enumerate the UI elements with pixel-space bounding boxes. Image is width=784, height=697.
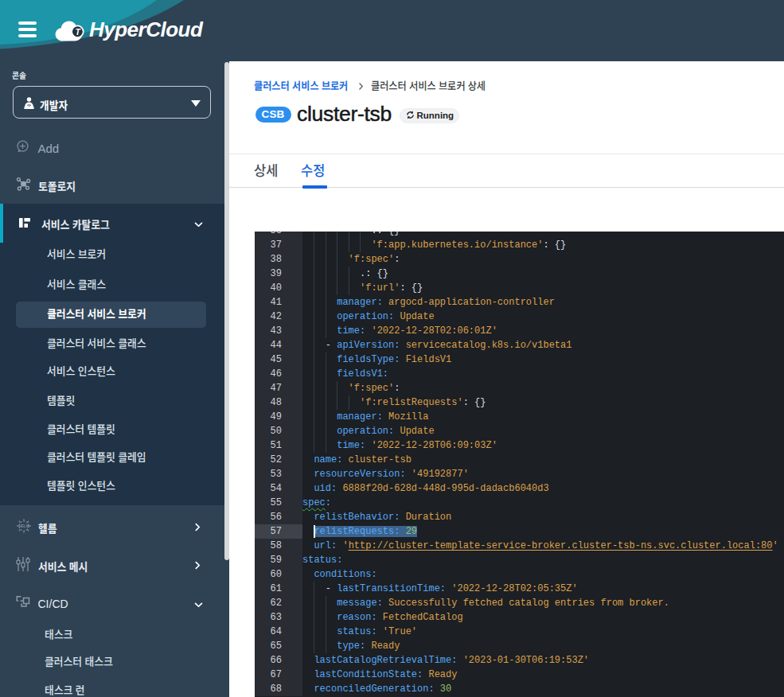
svg-text:HELM: HELM: [18, 524, 29, 528]
